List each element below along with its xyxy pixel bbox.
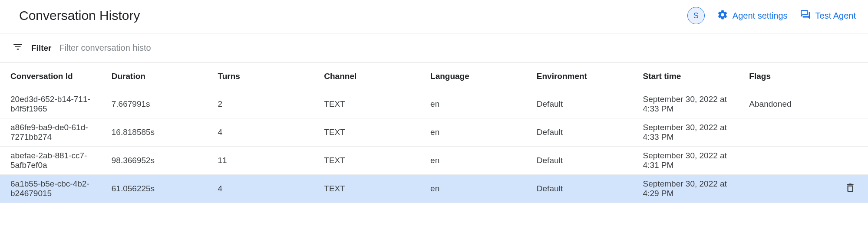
cell-id: abefae-2ab-881-cc7-5afb7ef0a <box>0 147 106 175</box>
filter-input[interactable] <box>59 43 189 53</box>
cell-start-time: September 30, 2022 at 4:29 PM <box>638 175 744 203</box>
cell-turns: 4 <box>213 118 319 147</box>
cell-actions <box>832 175 868 203</box>
cell-flags <box>744 118 832 147</box>
table-row[interactable]: a86fe9-ba9-de0-61d-7271bb27416.818585s4T… <box>0 118 868 147</box>
table-header-row: Conversation Id Duration Turns Channel L… <box>0 63 868 90</box>
cell-duration: 61.056225s <box>106 175 213 203</box>
cell-environment: Default <box>531 90 638 118</box>
table-row[interactable]: 6a1b55-b5e-cbc-4b2-b2467901561.056225s4T… <box>0 175 868 203</box>
cell-duration: 7.667991s <box>106 90 213 118</box>
col-header-language[interactable]: Language <box>425 63 531 90</box>
cell-duration: 16.818585s <box>106 118 213 147</box>
avatar[interactable]: S <box>687 7 705 24</box>
cell-flags: Abandoned <box>744 90 832 118</box>
filter-icon <box>12 41 23 55</box>
page-title: Conversation History <box>19 8 140 23</box>
trash-icon[interactable] <box>845 186 856 195</box>
cell-id: 6a1b55-b5e-cbc-4b2-b24679015 <box>0 175 106 203</box>
cell-channel: TEXT <box>319 90 425 118</box>
cell-actions <box>832 118 868 147</box>
cell-channel: TEXT <box>319 147 425 175</box>
col-header-channel[interactable]: Channel <box>319 63 425 90</box>
col-header-id[interactable]: Conversation Id <box>0 63 106 90</box>
cell-language: en <box>425 90 531 118</box>
cell-language: en <box>425 175 531 203</box>
cell-language: en <box>425 118 531 147</box>
cell-actions <box>832 90 868 118</box>
cell-turns: 2 <box>213 90 319 118</box>
table-row[interactable]: 20ed3d-652-b14-711-b4f5f19657.667991s2TE… <box>0 90 868 118</box>
col-header-environment[interactable]: Environment <box>531 63 638 90</box>
cell-actions <box>832 147 868 175</box>
test-agent-label: Test Agent <box>815 11 856 21</box>
cell-turns: 11 <box>213 147 319 175</box>
cell-start-time: September 30, 2022 at 4:33 PM <box>638 90 744 118</box>
cell-turns: 4 <box>213 175 319 203</box>
cell-language: en <box>425 147 531 175</box>
col-header-duration[interactable]: Duration <box>106 63 213 90</box>
cell-duration: 98.366952s <box>106 147 213 175</box>
cell-environment: Default <box>531 147 638 175</box>
test-agent-button[interactable]: Test Agent <box>800 9 856 23</box>
col-header-actions <box>832 63 868 90</box>
cell-flags <box>744 147 832 175</box>
page-header: Conversation History S Agent settings Te… <box>0 0 868 33</box>
table-row[interactable]: abefae-2ab-881-cc7-5afb7ef0a98.366952s11… <box>0 147 868 175</box>
cell-environment: Default <box>531 175 638 203</box>
cell-flags <box>744 175 832 203</box>
filter-bar: Filter <box>0 33 868 63</box>
cell-start-time: September 30, 2022 at 4:31 PM <box>638 147 744 175</box>
header-actions: S Agent settings Test Agent <box>687 7 856 24</box>
filter-label: Filter <box>31 43 51 53</box>
cell-environment: Default <box>531 118 638 147</box>
cell-id: a86fe9-ba9-de0-61d-7271bb274 <box>0 118 106 147</box>
gear-icon <box>717 9 728 23</box>
agent-settings-button[interactable]: Agent settings <box>717 9 788 23</box>
avatar-initial: S <box>693 11 699 20</box>
cell-channel: TEXT <box>319 118 425 147</box>
conversation-table: Conversation Id Duration Turns Channel L… <box>0 63 868 203</box>
cell-start-time: September 30, 2022 at 4:33 PM <box>638 118 744 147</box>
agent-settings-label: Agent settings <box>733 11 788 21</box>
chat-icon <box>800 9 811 23</box>
col-header-turns[interactable]: Turns <box>213 63 319 90</box>
col-header-start-time[interactable]: Start time <box>638 63 744 90</box>
cell-channel: TEXT <box>319 175 425 203</box>
cell-id: 20ed3d-652-b14-711-b4f5f1965 <box>0 90 106 118</box>
col-header-flags[interactable]: Flags <box>744 63 832 90</box>
